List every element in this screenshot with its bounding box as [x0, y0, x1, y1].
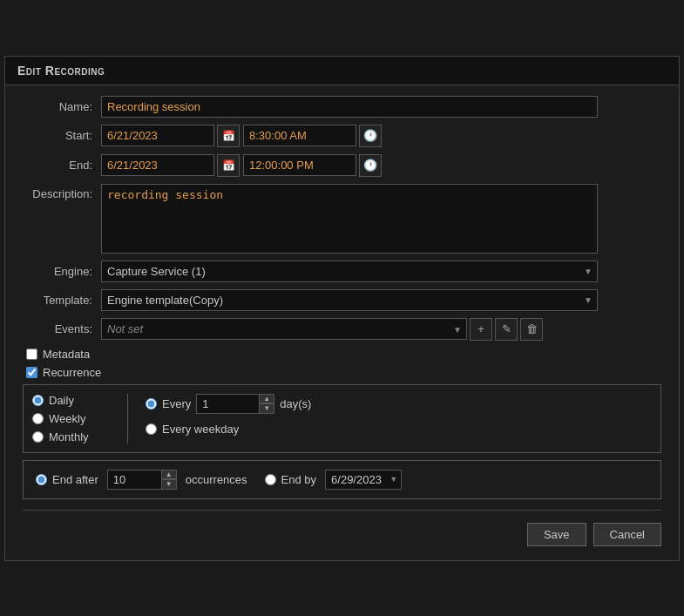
end-by-radio[interactable]	[265, 474, 276, 485]
weekday-row: Every weekday	[146, 423, 652, 436]
every-radio[interactable]	[146, 398, 157, 410]
end-time-input[interactable]	[243, 154, 356, 176]
template-label: Template:	[23, 294, 101, 307]
every-label: Every	[162, 397, 191, 410]
end-clock-icon[interactable]: 🕐	[359, 154, 382, 177]
end-after-spin-up[interactable]: ▲	[161, 470, 177, 480]
events-edit-button[interactable]: ✎	[495, 318, 518, 341]
end-after-spin-down[interactable]: ▼	[161, 479, 177, 490]
recurrence-options-column: Every ▲ ▼ day(s) Every weekday	[128, 394, 652, 443]
weekly-label: Weekly	[49, 412, 85, 425]
name-row: Name:	[23, 96, 661, 118]
daily-radio-label[interactable]: Daily	[32, 394, 119, 407]
start-clock-icon[interactable]: 🕐	[359, 125, 382, 147]
events-label: Events:	[23, 322, 101, 335]
end-date-input[interactable]	[101, 154, 214, 176]
monthly-radio[interactable]	[32, 431, 44, 443]
cancel-button[interactable]: Cancel	[593, 523, 661, 546]
events-delete-button[interactable]: 🗑	[520, 318, 543, 341]
description-label: Description:	[23, 184, 101, 200]
engine-select[interactable]: Capture Service (1)	[101, 261, 598, 282]
template-select-wrapper: Engine template(Copy)	[101, 289, 598, 311]
dialog-body: Name: Start: 📅 🕐 End: 📅 🕐 Description: E…	[5, 85, 679, 560]
events-select-wrapper: Not set	[101, 318, 467, 340]
description-row: Description:	[23, 184, 661, 254]
engine-row: Engine: Capture Service (1)	[23, 261, 661, 282]
recurrence-checkbox[interactable]	[26, 367, 37, 378]
edit-recording-dialog: Edit Recording Name: Start: 📅 🕐 End: 📅 🕐…	[4, 56, 680, 561]
end-after-radio-label[interactable]: End after	[36, 473, 98, 486]
name-label: Name:	[23, 100, 101, 113]
metadata-label[interactable]: Metadata	[43, 348, 90, 361]
end-by-label: End by	[281, 473, 316, 486]
monthly-label: Monthly	[49, 430, 89, 443]
start-label: Start:	[23, 129, 101, 142]
day-unit-label: day(s)	[280, 397, 311, 410]
start-calendar-icon[interactable]: 📅	[217, 125, 240, 147]
start-date-input[interactable]	[101, 125, 214, 146]
end-by-radio-label[interactable]: End by	[265, 473, 316, 486]
end-after-spinner: ▲ ▼	[161, 470, 177, 490]
recurrence-type-column: Daily Weekly Monthly	[32, 394, 128, 443]
daily-label: Daily	[49, 394, 74, 407]
end-calendar-icon[interactable]: 📅	[217, 154, 240, 177]
description-input[interactable]	[101, 184, 598, 254]
occurrences-label: occurrences	[186, 473, 247, 486]
every-weekday-radio-label[interactable]: Every weekday	[146, 423, 652, 436]
engine-select-wrapper: Capture Service (1)	[101, 261, 598, 282]
weekday-radio[interactable]	[146, 423, 157, 435]
end-panel: End after ▲ ▼ occurrences End by 6/29/20…	[23, 460, 661, 499]
engine-label: Engine:	[23, 265, 101, 278]
template-row: Template: Engine template(Copy)	[23, 289, 661, 311]
end-label: End:	[23, 159, 101, 172]
every-input-wrapper: ▲ ▼	[196, 394, 274, 414]
recurrence-row: Recurrence	[23, 366, 661, 379]
dialog-footer: Save Cancel	[23, 519, 661, 552]
start-row: Start: 📅 🕐	[23, 125, 661, 147]
end-after-label: End after	[52, 473, 98, 486]
template-select[interactable]: Engine template(Copy)	[101, 289, 598, 311]
every-row: Every ▲ ▼ day(s)	[146, 394, 652, 414]
metadata-checkbox[interactable]	[26, 349, 37, 360]
end-after-radio[interactable]	[36, 474, 47, 485]
end-row: End: 📅 🕐	[23, 154, 661, 177]
footer-divider	[23, 510, 661, 511]
end-by-date-select[interactable]: 6/29/2023	[325, 470, 402, 490]
every-spin-up[interactable]: ▲	[259, 394, 274, 404]
monthly-radio-label[interactable]: Monthly	[32, 430, 119, 443]
every-spin-down[interactable]: ▼	[259, 403, 274, 414]
metadata-row: Metadata	[23, 348, 661, 361]
end-after-input-wrapper: ▲ ▼	[107, 470, 177, 490]
end-by-select-wrapper: 6/29/2023	[325, 470, 402, 490]
save-button[interactable]: Save	[527, 523, 586, 546]
events-add-button[interactable]: +	[470, 318, 492, 341]
weekly-radio-label[interactable]: Weekly	[32, 412, 119, 425]
daily-radio[interactable]	[32, 395, 44, 406]
start-time-input[interactable]	[243, 125, 356, 146]
name-input[interactable]	[101, 96, 598, 118]
dialog-title: Edit Recording	[5, 57, 679, 85]
events-row: Events: Not set + ✎ 🗑	[23, 318, 661, 341]
weekly-radio[interactable]	[32, 413, 44, 424]
every-spinner: ▲ ▼	[259, 394, 274, 414]
recurrence-label[interactable]: Recurrence	[43, 366, 101, 379]
weekday-label: Every weekday	[162, 423, 239, 436]
events-select[interactable]: Not set	[101, 318, 467, 340]
events-controls: Not set + ✎ 🗑	[101, 318, 543, 341]
recurrence-panel: Daily Weekly Monthly Every	[23, 384, 661, 453]
every-radio-label[interactable]: Every	[146, 397, 191, 410]
